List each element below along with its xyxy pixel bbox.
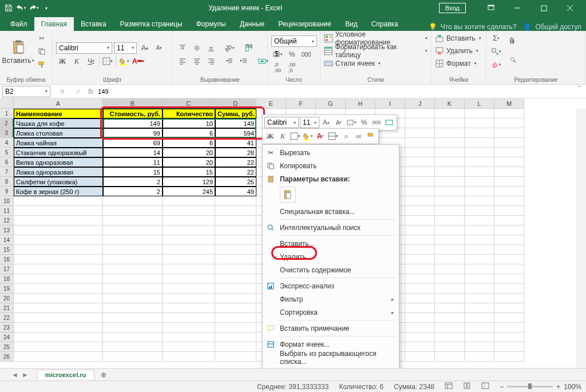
ribbon-options-icon[interactable] bbox=[478, 0, 504, 16]
cm-insert-comment[interactable]: Вставить примечание bbox=[263, 322, 399, 335]
bold-button[interactable]: Ж bbox=[56, 56, 69, 67]
increase-decimal-icon[interactable]: ,0,00 bbox=[271, 62, 284, 73]
borders-icon[interactable]: ▾ bbox=[101, 56, 114, 67]
save-icon[interactable] bbox=[3, 3, 14, 13]
mini-percent-icon[interactable]: % bbox=[358, 117, 370, 128]
menu-file[interactable]: Файл bbox=[3, 17, 34, 31]
cm-clear[interactable]: Очистить содержимое bbox=[263, 263, 399, 276]
mini-fill-icon[interactable]: ▾ bbox=[302, 130, 314, 142]
mini-borders-icon[interactable]: ▾ bbox=[290, 130, 301, 142]
cut-icon[interactable]: ✂ bbox=[35, 33, 48, 44]
cm-delete[interactable]: Удалить... bbox=[263, 250, 399, 263]
align-middle-icon[interactable] bbox=[191, 42, 203, 54]
zoom-in-icon[interactable]: + bbox=[556, 383, 560, 391]
menu-data[interactable]: Данные bbox=[233, 17, 271, 31]
number-format-combo[interactable]: Общий▾ bbox=[271, 35, 317, 47]
conditional-formatting[interactable]: Условное форматирование▾ bbox=[324, 33, 427, 44]
cm-filter[interactable]: Фильтр▸ bbox=[263, 292, 399, 306]
minimize-button[interactable] bbox=[505, 0, 530, 16]
undo-icon[interactable]: ▾ bbox=[16, 3, 26, 13]
mini-bold[interactable]: Ж bbox=[264, 130, 276, 142]
zoom-out-icon[interactable]: − bbox=[500, 383, 504, 391]
row-headers[interactable]: 1234567891011121314151617181920212223242… bbox=[0, 109, 14, 362]
autosum-icon[interactable]: Σ▾ bbox=[490, 33, 502, 44]
font-size-combo[interactable]: 11▾ bbox=[114, 42, 137, 54]
menu-formulas[interactable]: Формулы bbox=[189, 17, 233, 31]
increase-font-icon[interactable]: A▴ bbox=[138, 42, 151, 54]
fill-icon[interactable]: ▾ bbox=[490, 46, 502, 57]
maximize-button[interactable] bbox=[531, 0, 556, 16]
enter-formula-icon[interactable]: ✓ bbox=[72, 86, 85, 97]
align-center-icon[interactable] bbox=[191, 56, 203, 67]
zoom-control[interactable]: − + 100% bbox=[500, 383, 581, 391]
align-right-icon[interactable] bbox=[205, 56, 217, 67]
decrease-indent-icon[interactable] bbox=[223, 56, 236, 67]
close-button[interactable] bbox=[557, 0, 583, 16]
mini-inc-dec-icon[interactable]: ,0 bbox=[340, 130, 351, 142]
format-painter-icon[interactable] bbox=[35, 59, 48, 70]
name-box[interactable]: B2▾ bbox=[2, 86, 50, 97]
select-all-corner[interactable] bbox=[0, 98, 14, 109]
font-color-icon[interactable]: A▾ bbox=[132, 56, 145, 67]
cm-pick-from-list[interactable]: Выбрать из раскрывающегося списка... bbox=[263, 351, 399, 364]
wrap-text-icon[interactable]: ab bbox=[243, 42, 255, 54]
menu-help[interactable]: Справка bbox=[365, 17, 405, 31]
comma-icon[interactable]: 000 bbox=[300, 49, 312, 60]
mini-dec-dec-icon[interactable]: ,00 bbox=[353, 130, 364, 142]
mini-italic[interactable]: К bbox=[277, 130, 288, 142]
formula-input[interactable]: 149 bbox=[97, 87, 586, 96]
login-button[interactable]: Вход bbox=[439, 3, 466, 13]
cell-styles[interactable]: Стили ячеек▾ bbox=[324, 58, 427, 69]
cm-copy[interactable]: Копировать bbox=[263, 159, 399, 172]
mini-decrease-font-icon[interactable]: A▾ bbox=[333, 117, 345, 128]
decrease-font-icon[interactable]: A▾ bbox=[153, 42, 165, 54]
mini-merge-icon[interactable] bbox=[383, 117, 395, 128]
zoom-level[interactable]: 100% bbox=[564, 383, 581, 391]
mini-comma-icon[interactable]: 000 bbox=[371, 117, 382, 128]
menu-view[interactable]: Вид bbox=[338, 17, 365, 31]
cm-smart-lookup[interactable]: Интеллектуальный поиск bbox=[263, 221, 399, 234]
cells-insert[interactable]: Вставить▾ bbox=[435, 33, 481, 44]
add-sheet-button[interactable]: ⊕ bbox=[98, 371, 109, 379]
mini-accounting-icon[interactable]: ▾ bbox=[346, 117, 357, 128]
increase-indent-icon[interactable] bbox=[237, 56, 250, 67]
sheet-next-icon[interactable]: ► bbox=[22, 371, 29, 379]
percent-icon[interactable]: % bbox=[286, 49, 298, 60]
align-top-icon[interactable] bbox=[176, 42, 189, 54]
cm-insert[interactable]: Вставить... bbox=[263, 237, 399, 250]
fx-icon[interactable]: fx bbox=[88, 88, 93, 96]
vertical-scrollbar[interactable] bbox=[577, 109, 586, 369]
cells-format[interactable]: Формат▾ bbox=[435, 58, 481, 69]
cm-cut[interactable]: ✂Вырезать bbox=[263, 146, 399, 159]
copy-icon[interactable] bbox=[35, 46, 48, 57]
italic-button[interactable]: К bbox=[70, 56, 83, 67]
accounting-icon[interactable]: $▾ bbox=[271, 49, 284, 60]
view-page-break-icon[interactable] bbox=[481, 382, 489, 391]
share-button[interactable]: 👤Общий доступ bbox=[523, 23, 581, 31]
cm-quick-analysis[interactable]: Экспресс-анализ bbox=[263, 279, 399, 292]
orientation-icon[interactable]: ab▾ bbox=[223, 42, 236, 54]
sheet-tab[interactable]: microexcel.ru bbox=[37, 370, 95, 379]
mini-font-color-icon[interactable]: A▾ bbox=[315, 130, 326, 142]
cm-paste-special[interactable]: Специальная вставка... bbox=[263, 205, 399, 218]
cells-delete[interactable]: Удалить▾ bbox=[435, 45, 481, 57]
cancel-formula-icon[interactable]: ✕ bbox=[56, 86, 69, 97]
view-page-layout-icon[interactable] bbox=[463, 382, 471, 391]
mini-format-painter-icon[interactable] bbox=[365, 130, 377, 142]
collapse-ribbon-icon[interactable]: ⌃ bbox=[575, 85, 584, 93]
redo-icon[interactable]: ▾ bbox=[29, 3, 39, 13]
view-normal-icon[interactable] bbox=[445, 382, 453, 391]
align-bottom-icon[interactable] bbox=[205, 42, 217, 54]
column-headers[interactable]: ABCDEFGHIJKLM bbox=[14, 98, 524, 109]
cm-paste-default[interactable] bbox=[280, 187, 296, 203]
menu-home[interactable]: Главная bbox=[34, 17, 74, 31]
mini-font-combo[interactable]: Calibri▾ bbox=[264, 117, 299, 128]
cm-sort[interactable]: Сортировка▸ bbox=[263, 306, 399, 319]
mini-size-combo[interactable]: 11▾ bbox=[300, 117, 319, 128]
find-select-icon[interactable] bbox=[507, 52, 520, 69]
menu-review[interactable]: Рецензирование bbox=[271, 17, 338, 31]
underline-button[interactable]: Ч▾ bbox=[85, 56, 97, 67]
mini-increase-font-icon[interactable]: A▴ bbox=[320, 117, 332, 128]
tell-me[interactable]: 💡Что вы хотите сделать? bbox=[429, 23, 517, 31]
decrease-decimal-icon[interactable]: ,00,0 bbox=[286, 62, 298, 73]
